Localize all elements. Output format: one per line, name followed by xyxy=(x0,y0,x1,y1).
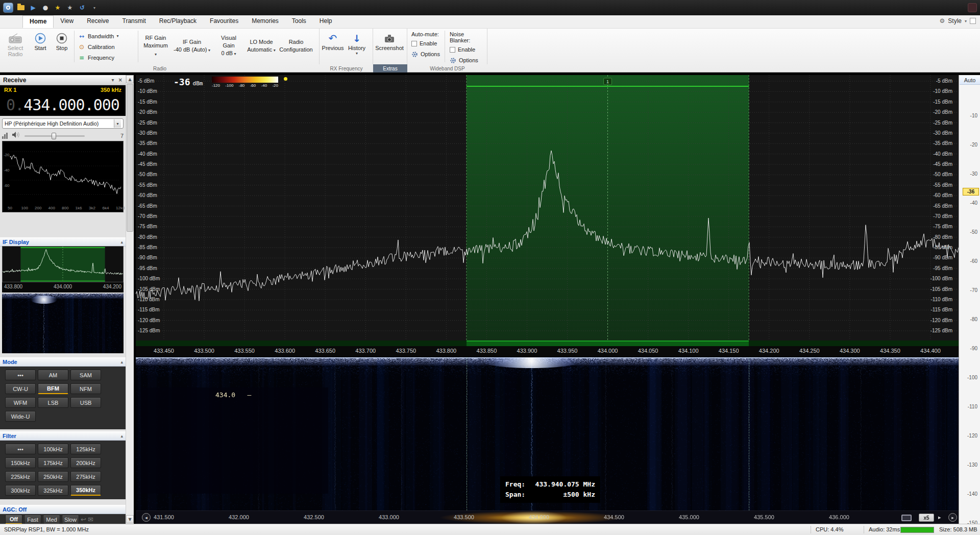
if-waterfall[interactable] xyxy=(2,294,124,353)
play-icon[interactable]: ▶ xyxy=(29,3,38,12)
filter-button-275khz[interactable]: 275kHz xyxy=(70,471,101,482)
collapse-icon[interactable]: ▴ xyxy=(120,359,123,364)
tab-memories[interactable]: Memories xyxy=(245,15,285,28)
volume-slider[interactable] xyxy=(24,132,85,139)
filter-button-dots[interactable]: ••• xyxy=(5,444,36,454)
if-display-header[interactable]: IF Display ▴ xyxy=(0,237,126,247)
filter-header[interactable]: Filter ▴ xyxy=(0,431,126,441)
mode-button-cw-u[interactable]: CW-U xyxy=(5,383,36,394)
screenshot-button[interactable]: Screenshot xyxy=(374,30,405,62)
layout-icon[interactable] xyxy=(970,18,976,24)
step-right-icon[interactable]: ▸ xyxy=(938,514,941,521)
tuning-bar[interactable] xyxy=(136,341,959,346)
scroll-left-button[interactable]: ◂ xyxy=(142,513,151,522)
mode-header[interactable]: Mode ▴ xyxy=(0,357,126,367)
tab-tools[interactable]: Tools xyxy=(285,15,313,28)
filter-button-200khz[interactable]: 200kHz xyxy=(70,457,101,468)
auto-scale-button[interactable]: Auto xyxy=(960,76,980,85)
rf-gain-button[interactable]: RF GainMaximum ▾ xyxy=(140,30,172,62)
mode-button-dots[interactable]: ••• xyxy=(5,370,36,380)
mode-button-usb[interactable]: USB xyxy=(70,397,101,408)
zoom-button[interactable]: x5 xyxy=(919,514,934,522)
tab-help[interactable]: Help xyxy=(313,15,339,28)
filter-button-175khz[interactable]: 175kHz xyxy=(38,457,68,468)
agc-button-slow[interactable]: Slow xyxy=(62,515,79,524)
toolbar-more-icon[interactable]: ▾ xyxy=(90,3,99,12)
tab-favourites[interactable]: Favourites xyxy=(203,15,245,28)
visual-gain-scale[interactable]: Auto -10-20-30-40-50-60-70-80-90-100-110… xyxy=(959,75,980,524)
start-button[interactable]: Start xyxy=(30,30,51,62)
history-button[interactable]: ↓ History ▾ xyxy=(345,30,369,62)
agc-button-fast[interactable]: Fast xyxy=(24,515,41,524)
mode-button-wide-u[interactable]: Wide-U xyxy=(5,411,36,422)
if-spectrum[interactable] xyxy=(2,246,124,282)
mail-icon[interactable]: ✉ xyxy=(88,516,93,523)
tab-receive[interactable]: Receive xyxy=(80,15,115,28)
mode-button-bfm[interactable]: BFM xyxy=(38,383,68,394)
frequency-display[interactable]: 0. 434.000.000 xyxy=(0,94,126,116)
spectrum-display[interactable]: 1 xyxy=(136,75,959,341)
close-icon[interactable]: × xyxy=(118,77,122,83)
filter-button-350khz[interactable]: 350kHz xyxy=(70,485,101,496)
receive-panel-header[interactable]: Receive ▾× xyxy=(0,75,126,85)
noise-blanker-enable-checkbox[interactable] xyxy=(450,47,455,53)
agc-button-off[interactable]: Off xyxy=(5,515,22,524)
radio-configuration-button[interactable]: RadioConfiguration xyxy=(278,30,314,62)
mode-button-nfm[interactable]: NFM xyxy=(70,383,101,394)
mode-button-sam[interactable]: SAM xyxy=(70,370,101,380)
chevron-down-icon[interactable]: ▾ xyxy=(112,77,114,83)
open-folder-icon[interactable] xyxy=(16,3,26,12)
scrollbar-thumb[interactable] xyxy=(127,84,133,232)
visual-gain-button[interactable]: Visual Gain0 dB ▾ xyxy=(212,30,245,62)
style-button[interactable]: Style xyxy=(948,17,962,25)
previous-button[interactable]: ↶ Previous xyxy=(321,30,345,62)
filter-button-225khz[interactable]: 225kHz xyxy=(5,471,36,482)
auto-mute-enable-row[interactable]: Enable xyxy=(411,39,440,48)
filter-button-100khz[interactable]: 100kHz xyxy=(38,444,68,454)
audio-device-select[interactable]: HP (Périphérique High Definition Audio) … xyxy=(2,118,124,129)
equalizer-icon[interactable] xyxy=(2,133,8,139)
tab-view[interactable]: View xyxy=(54,15,80,28)
panel-scrollbar[interactable]: ▲ ▼ xyxy=(126,75,134,524)
tuning-bar-passband[interactable] xyxy=(467,341,749,346)
filter-button-300khz[interactable]: 300kHz xyxy=(5,485,36,496)
tab-rec-playback[interactable]: Rec/Playback xyxy=(153,15,203,28)
chevron-down-icon[interactable]: ▾ xyxy=(114,119,121,128)
speaker-icon[interactable] xyxy=(12,131,20,140)
volume-slider-thumb[interactable] xyxy=(52,133,56,139)
collapse-icon[interactable]: ▴ xyxy=(120,239,123,245)
favourite-star2-icon[interactable]: ★ xyxy=(65,3,75,12)
waterfall-frequency-bar[interactable]: 431.500432.000432.500433.000433.500434.0… xyxy=(136,510,959,524)
select-radio-button[interactable]: Select Radio xyxy=(1,30,30,62)
filter-button-325khz[interactable]: 325kHz xyxy=(38,485,68,496)
auto-mute-options-button[interactable]: Options xyxy=(411,50,440,59)
theme-icon[interactable]: ⚙ xyxy=(940,17,945,25)
frequency-button[interactable]: ≡Frequency xyxy=(76,53,136,62)
scroll-down-icon[interactable]: ▼ xyxy=(126,515,134,523)
mode-button-lsb[interactable]: LSB xyxy=(38,397,68,408)
mode-button-am[interactable]: AM xyxy=(38,370,68,380)
full-span-icon[interactable] xyxy=(901,515,912,521)
scroll-right-button[interactable]: ▸ xyxy=(948,513,957,522)
back-arrow-icon[interactable]: ↩ xyxy=(81,516,86,523)
agc-button-med[interactable]: Med xyxy=(43,515,60,524)
bandwidth-button[interactable]: ↔Bandwidth▾ xyxy=(76,31,136,41)
noise-blanker-enable-row[interactable]: Enable xyxy=(450,45,483,54)
favourite-star-icon[interactable]: ★ xyxy=(53,3,62,12)
stop-button[interactable]: Stop xyxy=(51,30,72,62)
undo-icon[interactable]: ↺ xyxy=(78,3,87,12)
mode-button-wfm[interactable]: WFM xyxy=(5,397,36,408)
filter-button-250khz[interactable]: 250kHz xyxy=(38,471,68,482)
record-icon[interactable]: ● xyxy=(41,3,50,12)
tab-home[interactable]: Home xyxy=(22,15,54,28)
filter-button-125khz[interactable]: 125kHz xyxy=(70,444,101,454)
calibration-button[interactable]: ⊙Calibration xyxy=(76,42,136,52)
collapse-icon[interactable]: ▴ xyxy=(120,433,123,439)
lo-mode-button[interactable]: LO ModeAutomatic ▾ xyxy=(245,30,278,62)
tab-transmit[interactable]: Transmit xyxy=(116,15,153,28)
auto-mute-enable-checkbox[interactable] xyxy=(411,41,417,46)
noise-blanker-options-button[interactable]: Options xyxy=(450,56,483,65)
agc-header[interactable]: AGC: Off xyxy=(0,505,126,514)
scroll-up-icon[interactable]: ▲ xyxy=(126,75,134,83)
filter-button-150khz[interactable]: 150kHz xyxy=(5,457,36,468)
